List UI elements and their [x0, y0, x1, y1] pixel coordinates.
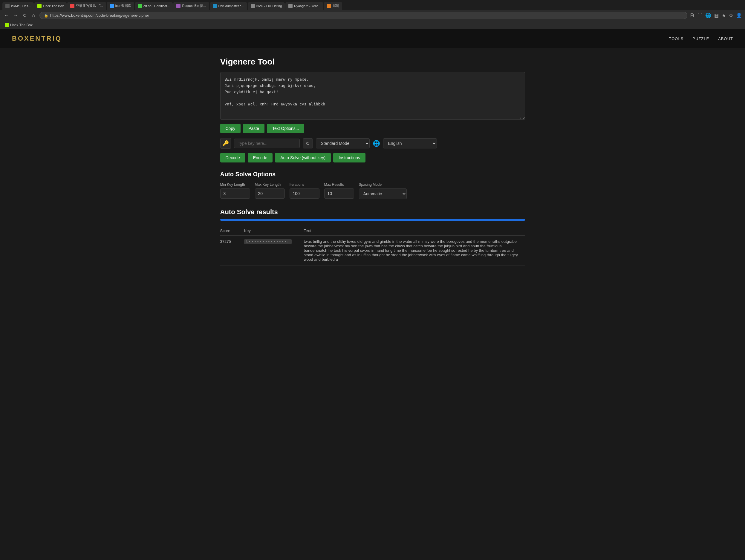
auto-solve-options-title: Auto Solve Options: [220, 171, 525, 178]
refresh-button[interactable]: ↻: [303, 138, 313, 148]
tab-favicon-7: [251, 4, 255, 8]
browser-tab-2[interactable]: 亚细亚的孤儿 - F...: [67, 2, 106, 10]
split-view-icon[interactable]: ▦: [714, 12, 719, 18]
max-key-input[interactable]: [255, 188, 285, 199]
resize-handle[interactable]: ⌟: [520, 115, 524, 119]
tab-favicon-1: [37, 4, 41, 8]
textarea-buttons: Copy Paste Text Options...: [220, 124, 525, 133]
browser-toolbar-icons: 🖹 ⛶ 🌐 ▦ ★ ⚙ 👤: [690, 12, 742, 18]
tab-favicon-4: [138, 4, 142, 8]
nav-tools[interactable]: TOOLS: [669, 36, 684, 41]
tab-favicon-5: [176, 4, 181, 8]
back-button[interactable]: ←: [3, 12, 10, 19]
encode-button[interactable]: Encode: [248, 153, 272, 163]
profile-icon[interactable]: 👤: [736, 12, 742, 18]
auto-solve-button[interactable]: Auto Solve (without key): [275, 153, 331, 163]
browser-tab-3[interactable]: icon数据库: [107, 2, 134, 10]
iterations-label: Iterations: [290, 182, 320, 187]
copy-button[interactable]: Copy: [220, 124, 241, 133]
col-score: Score: [220, 226, 244, 236]
url-text: https://www.boxentriq.com/code-breaking/…: [50, 13, 149, 18]
page-content: Vigenere Tool ⌟ Copy Paste Text Options.…: [208, 48, 537, 275]
max-key-group: Max Key Length: [255, 182, 285, 199]
browser-chrome: ickMe | Das... Hack The Box 亚细亚的孤儿 - F..…: [0, 0, 745, 29]
min-key-label: Min Key Length: [220, 182, 250, 187]
forward-button[interactable]: →: [12, 12, 19, 19]
tab-favicon-0: [5, 4, 9, 8]
decode-button[interactable]: Decode: [220, 153, 245, 163]
min-key-group: Min Key Length: [220, 182, 250, 199]
browser-tab-1[interactable]: Hack The Box: [34, 2, 67, 10]
result-text: twas brillig and the slithy toves did gy…: [304, 236, 525, 266]
spacing-mode-label: Spacing Mode: [359, 182, 407, 187]
page-title: Vigenere Tool: [220, 57, 525, 67]
instructions-button[interactable]: Instructions: [333, 153, 365, 163]
bookmark-icon[interactable]: ★: [722, 12, 726, 18]
bookmark-favicon-htb: [5, 23, 9, 27]
globe-icon: 🌐: [372, 140, 380, 147]
mode-select[interactable]: Standard Mode Beaufort Cipher Variant Be…: [316, 138, 370, 148]
action-buttons: Decode Encode Auto Solve (without key) I…: [220, 153, 525, 163]
browser-addressbar: ← → ↻ ⌂ 🔒 https://www.boxentriq.com/code…: [0, 10, 745, 21]
key-masked: t••••••••••••••r: [244, 239, 292, 244]
results-title: Auto Solve results: [220, 208, 525, 216]
browser-tab-9[interactable]: 漏洞: [324, 2, 342, 10]
key-icon: 🔑: [222, 140, 229, 147]
key-icon-wrap: 🔑: [220, 138, 231, 149]
bookmarks-bar: Hack The Box: [0, 21, 745, 29]
spacing-mode-group: Spacing Mode Automatic Keep Spacing Remo…: [359, 182, 407, 199]
browser-tab-4[interactable]: crt.sh | Certificat...: [135, 2, 173, 10]
iterations-input[interactable]: [290, 188, 320, 199]
site-nav: TOOLS PUZZLE ABOUT: [669, 36, 733, 41]
lock-icon: 🔒: [44, 13, 48, 18]
site-header: BOXENTRIQ TOOLS PUZZLE ABOUT: [0, 29, 745, 48]
tab-favicon-3: [110, 4, 114, 8]
result-score: 37275: [220, 236, 244, 266]
tab-favicon-8: [288, 4, 293, 8]
results-progress-bar: [220, 219, 525, 221]
spacing-mode-select[interactable]: Automatic Keep Spacing Remove Spacing: [359, 188, 407, 199]
cipher-textarea[interactable]: [220, 72, 525, 120]
nav-puzzle[interactable]: PUZZLE: [692, 36, 709, 41]
tab-favicon-2: [70, 4, 74, 8]
paste-button[interactable]: Paste: [243, 124, 264, 133]
browser-tab-7[interactable]: NVD - Full Listing: [248, 2, 285, 10]
translate-icon[interactable]: 🌐: [705, 12, 711, 18]
results-table: Score Key Text 37275 t••••••••••••••r tw…: [220, 226, 525, 266]
browser-tab-0[interactable]: ickMe | Das...: [2, 2, 34, 10]
col-key: Key: [244, 226, 304, 236]
extensions-icon[interactable]: ⚙: [729, 12, 733, 18]
site-logo[interactable]: BOXENTRIQ: [12, 35, 62, 42]
min-key-input[interactable]: [220, 188, 250, 199]
col-text: Text: [304, 226, 525, 236]
reload-button[interactable]: ↻: [21, 12, 28, 19]
options-row: Min Key Length Max Key Length Iterations…: [220, 182, 525, 199]
iterations-group: Iterations: [290, 182, 320, 199]
browser-tab-5[interactable]: RequestBin 接...: [173, 2, 209, 10]
language-select[interactable]: English German French Spanish Italian: [383, 138, 437, 148]
nav-about[interactable]: ABOUT: [718, 36, 733, 41]
tab-favicon-6: [213, 4, 217, 8]
max-key-label: Max Key Length: [255, 182, 285, 187]
results-section: Auto Solve results Score Key Text 37275 …: [220, 208, 525, 266]
result-key: t••••••••••••••r: [244, 236, 304, 266]
max-results-group: Max Results: [324, 182, 354, 199]
browser-nav-icons: ← → ↻ ⌂: [3, 12, 37, 19]
key-row: 🔑 ↻ Standard Mode Beaufort Cipher Varian…: [220, 138, 525, 149]
browser-tabs: ickMe | Das... Hack The Box 亚细亚的孤儿 - F..…: [0, 0, 745, 10]
table-row: 37275 t••••••••••••••r twas brillig and …: [220, 236, 525, 266]
browser-tab-6[interactable]: DNSdumpster.c...: [210, 2, 247, 10]
key-input[interactable]: [234, 139, 300, 148]
max-results-label: Max Results: [324, 182, 354, 187]
read-mode-icon[interactable]: 🖹: [690, 13, 694, 18]
home-button[interactable]: ⌂: [30, 12, 37, 19]
url-bar[interactable]: 🔒 https://www.boxentriq.com/code-breakin…: [39, 12, 687, 19]
max-results-input[interactable]: [324, 188, 354, 199]
browser-tab-8[interactable]: Ryaagard - Year...: [285, 2, 323, 10]
text-options-button[interactable]: Text Options...: [267, 124, 304, 133]
bookmark-hackthebox[interactable]: Hack The Box: [2, 23, 35, 28]
tab-favicon-9: [327, 4, 331, 8]
textarea-wrapper: ⌟: [220, 72, 525, 121]
screenshot-icon[interactable]: ⛶: [698, 13, 702, 18]
